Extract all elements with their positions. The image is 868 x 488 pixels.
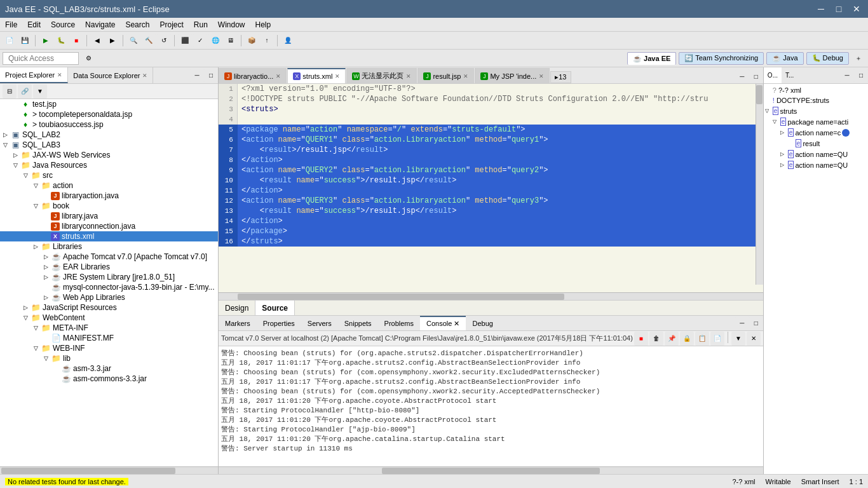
tree-item[interactable]: ☕asm-commons-3.3.jar (0, 374, 218, 384)
menu-search[interactable]: Search (120, 18, 154, 31)
menu-file[interactable]: File (0, 18, 22, 31)
quick-access-input[interactable] (3, 52, 79, 65)
menu-project[interactable]: Project (154, 18, 188, 31)
tab-task[interactable]: T... (782, 67, 797, 83)
tree-item[interactable]: ▷📁Libraries (0, 241, 218, 252)
console-output[interactable]: 警告: Choosing bean (struts) for (org.apac… (219, 346, 763, 466)
deploy-button[interactable]: 📦 (245, 34, 259, 48)
console-scroll-lock[interactable]: 🔒 (680, 332, 694, 346)
close-button[interactable]: ✕ (850, 4, 863, 14)
tree-item[interactable]: Xstruts.xml (0, 231, 218, 241)
tab-project-explorer[interactable]: Project Explorer ✕ (0, 67, 68, 83)
footer-tab-design[interactable]: Design (219, 301, 255, 315)
console-menu[interactable]: ▼ (731, 332, 745, 346)
right-max[interactable]: □ (854, 69, 868, 83)
menu-source[interactable]: Source (46, 18, 80, 31)
tab-close-web[interactable]: ✕ (406, 73, 411, 79)
tree-item[interactable]: ▷☕JRE System Library [jre1.8.0_51] (0, 272, 218, 282)
perspective-settings[interactable]: ⚙ (81, 51, 95, 65)
refresh-button[interactable]: ↺ (157, 34, 171, 48)
outline-item-action3[interactable]: ▷ e action name=QU (765, 159, 867, 170)
outline-item-action2[interactable]: ▷ e action name=QU (765, 149, 867, 159)
tab-libraryaction[interactable]: J libraryactio... ✕ (219, 68, 287, 83)
console-hscrollbar[interactable] (219, 466, 763, 474)
tree-item[interactable]: ▷☕EAR Libraries (0, 262, 218, 272)
tree-item[interactable]: ▷☕Web App Libraries (0, 292, 218, 302)
tree-item[interactable]: ▽📁WEB-INF (0, 343, 218, 353)
right-min[interactable]: ─ (840, 69, 854, 83)
outline-item-xml[interactable]: ? ?-? xml (765, 85, 867, 95)
minimize-button[interactable]: ─ (815, 4, 827, 14)
save-button[interactable]: 💾 (18, 34, 32, 48)
editor-vscrollbar[interactable] (756, 84, 763, 285)
console-button[interactable]: ⬛ (178, 34, 192, 48)
bottom-min[interactable]: ─ (735, 316, 749, 330)
debug-button[interactable]: 🐛 (54, 34, 68, 48)
publish-button[interactable]: ↑ (260, 34, 274, 48)
scroll-thumb[interactable] (1, 468, 175, 474)
perspective-debug[interactable]: 🐛 Debug (806, 52, 849, 65)
forward-button[interactable]: ▶ (105, 34, 119, 48)
tree-item[interactable]: ♦test.jsp (0, 99, 218, 109)
bottom-max[interactable]: □ (749, 316, 763, 330)
editor-max[interactable]: □ (749, 69, 763, 83)
tab-struts-xml[interactable]: X struts.xml ✕ (287, 68, 346, 83)
run-button[interactable]: ▶ (39, 34, 53, 48)
tab-web[interactable]: W 无法显示此页 ✕ (346, 68, 417, 83)
tab-servers[interactable]: Servers (301, 316, 338, 330)
tab-snippets[interactable]: Snippets (338, 316, 378, 330)
perspective-javaee[interactable]: ☕ Java EE (627, 52, 676, 65)
outline-item-struts[interactable]: ▽ e struts (765, 105, 867, 116)
new-button[interactable]: 📄 (3, 34, 17, 48)
footer-tab-source[interactable]: Source (255, 301, 295, 315)
tree-item[interactable]: ♦> toubiaosuccess.jsp (0, 119, 218, 130)
tab-close-result[interactable]: ✕ (463, 73, 468, 79)
panel-maximize[interactable]: □ (204, 69, 218, 83)
editor-min[interactable]: ─ (735, 69, 749, 83)
open-perspective-button[interactable]: ＋ (851, 51, 865, 65)
tab-result-jsp[interactable]: J result.jsp ✕ (417, 68, 474, 83)
tab-index-jsp[interactable]: J My JSP 'inde... ✕ (475, 68, 550, 83)
stop-button[interactable]: ■ (69, 34, 83, 48)
tab-properties[interactable]: Properties (257, 316, 301, 330)
menu-help[interactable]: Help (250, 18, 276, 31)
window-controls[interactable]: ─ □ ✕ (815, 4, 863, 14)
tree-item[interactable]: ▷▣SQL_LAB2 (0, 130, 218, 140)
editor-vscroll-thumb[interactable] (756, 85, 763, 104)
console-close[interactable]: ✕ (747, 332, 761, 346)
tree-item[interactable]: ☕mysql-connector-java-5.1.39-bin.jar - E… (0, 282, 218, 292)
server-button[interactable]: 🖥 (224, 34, 238, 48)
tab-console[interactable]: Console ✕ (420, 316, 466, 330)
tree-item[interactable]: ▷📁JAX-WS Web Services (0, 150, 218, 160)
back-button[interactable]: ◀ (90, 34, 104, 48)
outline-item-action1[interactable]: ▷ e action name=c (765, 127, 867, 138)
tree-item[interactable]: ▽📁META-INF (0, 323, 218, 333)
tree-item[interactable]: ▽📁src (0, 170, 218, 180)
tab-problems[interactable]: Problems (378, 316, 420, 330)
console-pin[interactable]: 📌 (665, 332, 679, 346)
tree-item[interactable]: ▽📁lib (0, 353, 218, 363)
tab-debug[interactable]: Debug (466, 316, 499, 330)
editor-hscroll-thumb[interactable] (238, 294, 564, 300)
tree-item[interactable]: ♦> tocompletepersonaldata.jsp (0, 109, 218, 119)
menu-navigate[interactable]: Navigate (80, 18, 120, 31)
tree-item[interactable]: ▽📁WebContent (0, 313, 218, 323)
tree-item[interactable]: Jlibraryaction.java (0, 191, 218, 201)
maximize-button[interactable]: □ (832, 4, 845, 14)
tab-outline[interactable]: O... (764, 67, 782, 83)
tab-close-libraryaction[interactable]: ✕ (276, 73, 281, 79)
tree-item[interactable]: ☕asm-3.3.jar (0, 363, 218, 374)
task-button[interactable]: ✓ (193, 34, 207, 48)
tab-markers[interactable]: Markers (219, 316, 257, 330)
tab-overflow[interactable]: ▸13 (550, 71, 571, 83)
perspective-team[interactable]: 🔄 Team Synchronizing (679, 52, 764, 65)
tree-item[interactable]: Jlibrary.java (0, 211, 218, 221)
project-explorer-close[interactable]: ✕ (57, 72, 62, 78)
console-clear[interactable]: 🗑 (649, 332, 663, 346)
outline-item-result[interactable]: e result (765, 138, 867, 149)
editor-hscrollbar[interactable] (219, 292, 763, 300)
profile-button[interactable]: 👤 (281, 34, 295, 48)
tree-item[interactable]: ▽📁action (0, 180, 218, 191)
tree-item[interactable]: 📄MANIFEST.MF (0, 333, 218, 343)
tree-item[interactable]: ▽📁book (0, 201, 218, 211)
